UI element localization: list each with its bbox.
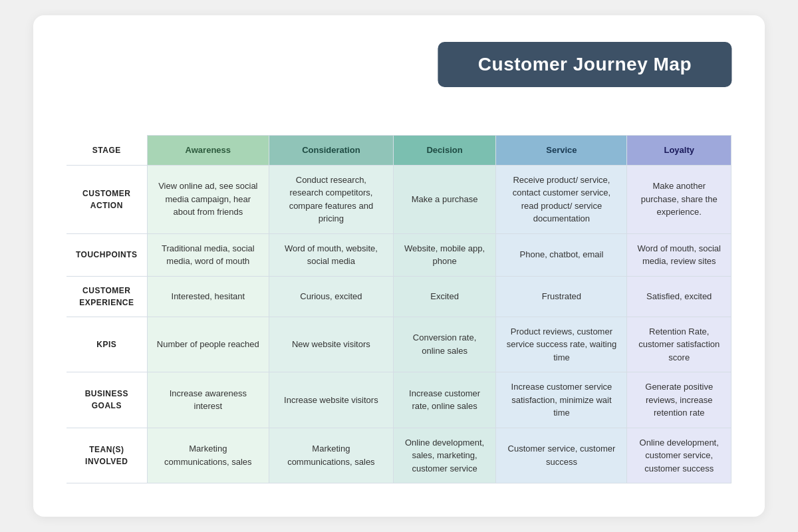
main-card: Customer Journey Map STAGE AwarenessCons… (33, 15, 765, 517)
cell-r5-c4: Online development, customer service, cu… (627, 428, 732, 483)
row-label-0: CUSTOMER ACTION (66, 165, 147, 233)
title-box: Customer Journey Map (438, 42, 732, 87)
stage-header: STAGE (66, 136, 147, 166)
cell-r3-c1: New website visitors (269, 317, 394, 372)
cell-r0-c3: Receive product/ service, contact custom… (496, 165, 627, 233)
cell-r4-c0: Increase awareness interest (147, 372, 269, 428)
page-title: Customer Journey Map (478, 54, 692, 75)
cell-r1-c3: Phone, chatbot, email (496, 233, 627, 276)
cell-r5-c1: Marketing communications, sales (269, 428, 394, 483)
column-header-decision: Decision (393, 136, 496, 166)
cell-r5-c2: Online development, sales, marketing, cu… (393, 428, 496, 483)
cell-r0-c2: Make a purchase (393, 165, 496, 233)
row-label-4: BUSINESS GOALS (66, 372, 147, 428)
cell-r2-c2: Excited (393, 276, 496, 317)
cell-r4-c3: Increase customer service satisfaction, … (496, 372, 627, 428)
row-label-3: KPIS (66, 317, 147, 372)
cell-r0-c0: View online ad, see social media campaig… (147, 165, 269, 233)
table-row: TOUCHPOINTSTraditional media, social med… (66, 233, 732, 276)
cell-r3-c4: Retention Rate, customer satisfaction sc… (627, 317, 732, 372)
cell-r1-c2: Website, mobile app, phone (393, 233, 496, 276)
cell-r4-c2: Increase customer rate, online sales (393, 372, 496, 428)
cell-r3-c0: Number of people reached (147, 317, 269, 372)
cell-r4-c4: Generate positive reviews, increase rete… (627, 372, 732, 428)
cell-r0-c4: Make another purchase, share the experie… (627, 165, 732, 233)
cell-r2-c3: Frustrated (496, 276, 627, 317)
row-label-5: TEAN(S) INVOLVED (66, 428, 147, 483)
cell-r3-c2: Conversion rate, online sales (393, 317, 496, 372)
cell-r4-c1: Increase website visitors (269, 372, 394, 428)
cell-r1-c4: Word of mouth, social media, review site… (627, 233, 732, 276)
cell-r2-c0: Interested, hesitant (147, 276, 269, 317)
column-header-awareness: Awareness (147, 136, 269, 166)
cell-r5-c0: Marketing communications, sales (147, 428, 269, 483)
journey-map-table: STAGE AwarenessConsiderationDecisionServ… (66, 135, 732, 483)
table-row: TEAN(S) INVOLVEDMarketing communications… (66, 428, 732, 483)
cell-r2-c4: Satisfied, excited (627, 276, 732, 317)
table-row: KPISNumber of people reachedNew website … (66, 317, 732, 372)
cell-r1-c1: Word of mouth, website, social media (269, 233, 394, 276)
table-row: CUSTOMER EXPERIENCEInterested, hesitantC… (66, 276, 732, 317)
cell-r2-c1: Curious, excited (269, 276, 394, 317)
row-label-2: CUSTOMER EXPERIENCE (66, 276, 147, 317)
column-header-loyalty: Loyalty (627, 136, 732, 166)
table-row: BUSINESS GOALSIncrease awareness interes… (66, 372, 732, 428)
table-row: CUSTOMER ACTIONView online ad, see socia… (66, 165, 732, 233)
column-header-consideration: Consideration (269, 136, 394, 166)
title-wrapper: Customer Journey Map (66, 42, 732, 111)
cell-r1-c0: Traditional media, social media, word of… (147, 233, 269, 276)
cell-r3-c3: Product reviews, customer service succes… (496, 317, 627, 372)
row-label-1: TOUCHPOINTS (66, 233, 147, 276)
column-header-service: Service (496, 136, 627, 166)
cell-r0-c1: Conduct research, research competitors, … (269, 165, 394, 233)
cell-r5-c3: Customer service, customer success (496, 428, 627, 483)
